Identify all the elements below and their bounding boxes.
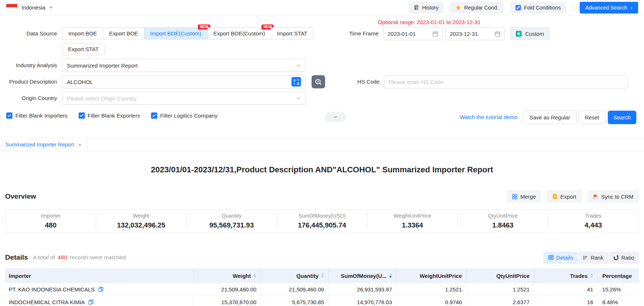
- product-description-label: Product Description: [0, 75, 57, 88]
- tab-summarized-importer-report[interactable]: Summarized Importer Report ×: [0, 138, 87, 151]
- checkbox-checked-icon[interactable]: [79, 112, 85, 119]
- date-end-field[interactable]: [445, 27, 505, 40]
- data-source-label-text: Export BOE(Custom): [214, 30, 265, 37]
- percentage-cell: 8.48%: [598, 296, 639, 306]
- copy-icon[interactable]: [98, 287, 103, 292]
- data-source-export-stat[interactable]: Export STAT: [62, 43, 105, 55]
- sort-icon[interactable]: [321, 274, 324, 278]
- weight-cell: 15,370,870.00: [193, 296, 261, 306]
- sort-icon[interactable]: [590, 274, 593, 278]
- overview-stats-panel: Importer 480 Weight 132,032,496.25 Quant…: [5, 209, 639, 233]
- data-source-group: Import BOE Export BOE Import BOE(Custom)…: [62, 27, 313, 39]
- sync-to-crm-button[interactable]: Sync to CRM: [587, 190, 639, 203]
- weight-cell: 21,509,460.00: [193, 283, 261, 295]
- industry-analysis-select[interactable]: Summarized Importer Report: [62, 59, 306, 72]
- country-chevron-down-icon[interactable]: [49, 5, 53, 10]
- calendar-icon[interactable]: [432, 31, 438, 37]
- col-importer[interactable]: Importer: [5, 268, 193, 283]
- data-source-export-boe[interactable]: Export BOE: [103, 27, 144, 39]
- expand-conditions-button[interactable]: [325, 112, 346, 122]
- filter-label: Filter Blank Exporters: [88, 112, 140, 119]
- save-as-regular-button[interactable]: Save as Regular: [523, 111, 577, 124]
- col-weight-unit-price[interactable]: WeightUnitPrice: [396, 268, 466, 283]
- tab-close-icon[interactable]: ×: [78, 142, 82, 148]
- data-source-import-boe-custom[interactable]: Import BOE(Custom) NEW: [144, 27, 208, 39]
- export-label: Export: [560, 194, 576, 200]
- search-button[interactable]: Search: [608, 111, 636, 124]
- importer-name[interactable]: PT. KAO INDONESIA CHEMICALS: [9, 286, 95, 292]
- date-start-input[interactable]: [388, 31, 432, 37]
- tab-label: Summarized Importer Report: [5, 142, 74, 148]
- col-percentage[interactable]: Percentage: [598, 268, 639, 283]
- calendar-icon[interactable]: [494, 31, 501, 37]
- filter-blank-importers[interactable]: Filter Blank Importers: [6, 112, 68, 119]
- chevron-down-icon: [296, 63, 301, 68]
- sort-icon-active-desc[interactable]: [389, 274, 392, 278]
- fuzzy-search-icon[interactable]: [312, 75, 325, 88]
- view-details-button[interactable]: Details: [543, 252, 578, 264]
- copy-icon[interactable]: [88, 299, 94, 305]
- history-button[interactable]: History: [408, 2, 444, 13]
- export-icon: [552, 194, 557, 199]
- filter-label: Filter Logitics Company: [160, 112, 218, 119]
- col-quantity[interactable]: Quantity: [261, 268, 328, 283]
- regular-cond-button[interactable]: Regular Cond.: [450, 2, 504, 13]
- data-source-import-boe[interactable]: Import BOE: [62, 27, 103, 39]
- advanced-search-button[interactable]: Advanced Search ›: [580, 2, 638, 14]
- custom-icon: [516, 31, 522, 37]
- qty-unit-price-cell: 1.2521: [466, 283, 534, 295]
- sort-icon[interactable]: [253, 274, 256, 278]
- table-header-row: Importer Weight Quantity SumOfMoney(U...…: [5, 268, 639, 283]
- checkbox-checked-icon[interactable]: [6, 112, 12, 119]
- product-description-input[interactable]: [67, 79, 291, 85]
- view-switcher: Details Rank Ratio: [543, 252, 639, 264]
- date-end-input[interactable]: [450, 31, 494, 37]
- col-sum-of-money[interactable]: SumOfMoney(U...: [328, 268, 396, 283]
- checkbox-checked-icon[interactable]: [151, 112, 157, 119]
- export-button[interactable]: Export: [547, 190, 581, 203]
- filter-blank-exporters[interactable]: Filter Blank Exporters: [79, 112, 140, 119]
- quantity-cell: 5,675,730.85: [261, 296, 328, 306]
- svg-text:中: 中: [293, 79, 297, 83]
- rank-view-icon: [583, 255, 588, 260]
- data-source-import-stat[interactable]: Import STAT: [271, 27, 313, 39]
- hs-code-input[interactable]: [389, 79, 623, 85]
- product-description-field[interactable]: 中A: [62, 75, 306, 88]
- tutorial-demo-link[interactable]: Watch the tutorial demo: [460, 114, 517, 120]
- trades-cell: 41: [534, 283, 598, 295]
- translate-icon[interactable]: 中A: [291, 77, 301, 87]
- stat-label: Trades: [548, 213, 639, 219]
- col-weight[interactable]: Weight: [193, 268, 261, 283]
- details-heading: Details: [5, 253, 28, 261]
- data-source-label-text: Import BOE(Custom): [150, 30, 202, 37]
- col-label: Quantity: [296, 273, 319, 279]
- total-suffix: records were matched: [70, 254, 126, 261]
- col-qty-unit-price[interactable]: QtyUnitPrice: [466, 268, 534, 283]
- custom-range-button[interactable]: Custom: [510, 27, 550, 40]
- merge-button[interactable]: Merge: [506, 190, 542, 203]
- importer-name[interactable]: INDOCHEMICAL CITRA KIMIA: [9, 299, 85, 305]
- table-row[interactable]: INDOCHEMICAL CITRA KIMIA 15,370,870.00 5…: [5, 296, 639, 306]
- date-start-field[interactable]: [383, 27, 443, 40]
- col-label: Trades: [570, 273, 588, 279]
- origin-country-select[interactable]: Please select Origin Country: [62, 92, 306, 105]
- view-rank-button[interactable]: Rank: [578, 252, 608, 264]
- country-selector[interactable]: Indonesia: [22, 4, 45, 11]
- hs-code-label: HS Code: [344, 75, 380, 88]
- total-count: 480: [58, 254, 67, 261]
- filter-label: Filter Blank Importers: [15, 112, 68, 119]
- fold-conditions-button[interactable]: Fold Conditions: [510, 2, 566, 13]
- origin-country-placeholder: Please select Origin Country: [67, 95, 296, 102]
- industry-analysis-label: Industry Analysis: [0, 59, 57, 72]
- reset-button[interactable]: Reset: [578, 111, 606, 124]
- view-ratio-button[interactable]: Ratio: [608, 252, 639, 264]
- stat-weight: Weight 132,032,496.25: [96, 213, 186, 229]
- data-source-export-boe-custom[interactable]: Export BOE(Custom) NEW: [207, 27, 271, 39]
- table-row[interactable]: PT. KAO INDONESIA CHEMICALS 21,509,460.0…: [5, 283, 639, 296]
- indonesia-flag-icon: [6, 4, 18, 11]
- star-icon: [455, 5, 461, 11]
- col-trades[interactable]: Trades: [534, 268, 598, 283]
- hs-code-field[interactable]: [384, 75, 628, 88]
- col-label: Percentage: [602, 273, 632, 279]
- filter-logitics-company[interactable]: Filter Logitics Company: [151, 112, 218, 119]
